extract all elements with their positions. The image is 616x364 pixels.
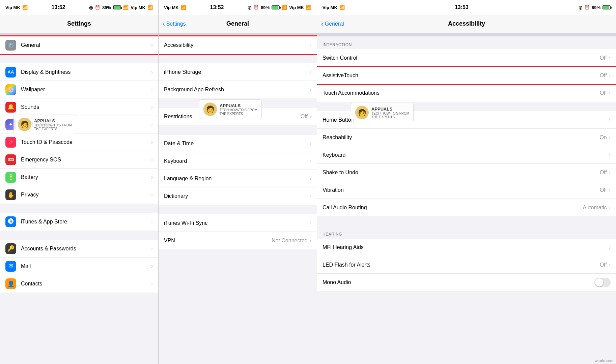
row-switch-control[interactable]: Switch Control Off › [317, 49, 616, 67]
nav-title-1: Settings [67, 20, 91, 27]
nav-title-3: Accessibility [448, 20, 485, 27]
wallpaper-icon: 🌸 [5, 84, 16, 95]
itunes-icon: 🅐 [5, 216, 16, 227]
mono-audio-toggle-thumb [595, 278, 603, 286]
settings-list-3: INTERACTION Switch Control Off › Assisti… [317, 33, 616, 364]
settings-group-hearing: MFi Hearing Aids › LED Flash for Alerts … [317, 239, 616, 291]
row-mfi-hearing[interactable]: MFi Hearing Aids › [317, 239, 616, 256]
row-privacy[interactable]: ✋ Privacy › [0, 186, 158, 204]
assistive-touch-value: Off [600, 72, 607, 79]
row-restrictions[interactable]: Restrictions Off › [159, 108, 317, 125]
wallpaper-chevron: › [151, 87, 153, 93]
wsxdn-credit: wsxdn.com [595, 359, 613, 363]
battery-label: Battery [21, 174, 151, 180]
itunes-sync-label: iTunes Wi-Fi Sync [164, 220, 310, 226]
row-contacts[interactable]: 👤 Contacts › [0, 275, 158, 293]
status-bar-2: Vip MK 📶 13:52 ◎ ⏰ 89% 📶 Vip MK 📶 [159, 0, 317, 15]
row-mono-audio[interactable]: Mono Audio [317, 274, 616, 291]
back-button-2[interactable]: ‹ Settings [163, 20, 186, 28]
row-shake-undo[interactable]: Shake to Undo Off › [317, 164, 616, 181]
row-vibration[interactable]: Vibration Off › [317, 181, 616, 199]
general-chevron: › [151, 42, 153, 48]
nav-title-2: General [226, 20, 249, 27]
row-iphone-storage[interactable]: iPhone Storage › [159, 63, 317, 81]
time-1: 13:52 [52, 4, 65, 10]
battery-chevron: › [151, 174, 153, 180]
siri-icon: ✦ [5, 119, 16, 130]
settings-group-datetime: Date & Time › Keyboard › Language & Regi… [159, 135, 317, 205]
row-sounds[interactable]: 🔔 Sounds › [0, 98, 158, 116]
settings-group-itunes: 🅐 iTunes & App Store › [0, 213, 158, 231]
settings-group-vpn: iTunes Wi-Fi Sync › VPN Not Connected › [159, 214, 317, 249]
itunes-label: iTunes & App Store [21, 219, 151, 225]
privacy-chevron: › [151, 192, 153, 198]
datetime-chevron: › [310, 141, 311, 147]
mail-label: Mail [21, 263, 151, 269]
accessibility-chevron: › [310, 42, 311, 48]
panel-settings: Vip MK 📶 13:52 ◎ ⏰ 89% 📶 Vip MK 📶 Settin… [0, 0, 159, 364]
switch-control-label: Switch Control [323, 55, 600, 61]
row-general[interactable]: ⚙️ General › [0, 36, 158, 54]
status-left-1: Vip MK 📶 [5, 5, 28, 10]
row-call-audio[interactable]: Call Audio Routing Automatic › [317, 199, 616, 216]
touchid-icon: ☞ [5, 137, 16, 148]
status-right-2: ◎ ⏰ 89% 📶 Vip MK 📶 [248, 5, 311, 10]
shake-undo-value: Off [600, 170, 607, 176]
panel-general: Vip MK 📶 13:52 ◎ ⏰ 89% 📶 Vip MK 📶 ‹ Sett… [159, 0, 317, 364]
row-datetime[interactable]: Date & Time › [159, 135, 317, 152]
status-bar-3: Vip MK 📶 13:53 ◎ ⏰ 89% [317, 0, 616, 15]
alarm-icon-2: ⏰ [253, 5, 259, 10]
row-accounts[interactable]: 🔑 Accounts & Passwords › [0, 240, 158, 257]
sounds-chevron: › [151, 104, 153, 110]
interaction-section-header: INTERACTION [317, 36, 616, 49]
row-dictionary[interactable]: Dictionary › [159, 187, 317, 205]
row-home-button[interactable]: Home Button › [317, 111, 616, 129]
row-keyboard-a11y[interactable]: Keyboard › [317, 146, 616, 164]
row-keyboard[interactable]: Keyboard › [159, 152, 317, 170]
home-button-label: Home Button [323, 117, 609, 123]
led-flash-chevron: › [609, 262, 611, 268]
wifi-icon-1: 📶 [22, 5, 28, 10]
row-itunes-sync[interactable]: iTunes Wi-Fi Sync › [159, 214, 317, 232]
row-language[interactable]: Language & Region › [159, 170, 317, 187]
row-assistive-touch[interactable]: AssistiveTouch Off › [317, 67, 616, 84]
back-label-3: General [325, 21, 344, 27]
row-battery[interactable]: 🔋 Battery › [0, 169, 158, 186]
row-vpn[interactable]: VPN Not Connected › [159, 232, 317, 249]
carrier-2: Vip MK [164, 5, 179, 10]
signal-icon-2: 📶 [282, 5, 287, 10]
row-wallpaper[interactable]: 🌸 Wallpaper › [0, 81, 158, 98]
settings-group-accessibility: Accessibility › [159, 36, 317, 54]
row-siri[interactable]: ✦ Siri & Search › [0, 116, 158, 133]
mono-audio-toggle[interactable] [594, 278, 611, 287]
vpn-value: Not Connected [272, 238, 308, 244]
contacts-chevron: › [151, 281, 153, 287]
led-flash-label: LED Flash for Alerts [323, 262, 600, 268]
keyboard-chevron: › [310, 158, 311, 164]
back-button-3[interactable]: ‹ General [321, 20, 344, 28]
restrictions-label: Restrictions [164, 114, 301, 120]
status-bar-1: Vip MK 📶 13:52 ◎ ⏰ 89% 📶 Vip MK 📶 [0, 0, 158, 15]
row-accessibility[interactable]: Accessibility › [159, 36, 317, 54]
carrier2-2: Vip MK [289, 5, 304, 10]
mail-chevron: › [151, 263, 153, 269]
row-touch-accommodations[interactable]: Touch Accommodations Off › [317, 84, 616, 102]
row-touchid[interactable]: ☞ Touch ID & Passcode › [0, 133, 158, 151]
row-display[interactable]: AA Display & Brightness › [0, 63, 158, 81]
wifi-icon-2: 📶 [181, 5, 186, 10]
row-mail[interactable]: ✉ Mail › [0, 257, 158, 275]
row-itunes[interactable]: 🅐 iTunes & App Store › [0, 213, 158, 231]
reachability-value: On [599, 134, 607, 141]
switch-control-value: Off [600, 55, 607, 61]
datetime-label: Date & Time [164, 141, 310, 147]
switch-control-chevron: › [609, 55, 611, 61]
siri-chevron: › [151, 122, 153, 128]
row-led-flash[interactable]: LED Flash for Alerts Off › [317, 256, 616, 274]
row-bg-refresh[interactable]: Background App Refresh › [159, 81, 317, 98]
location-icon-3: ◎ [579, 5, 582, 10]
row-sos[interactable]: SOS Emergency SOS › [0, 151, 158, 169]
row-reachability[interactable]: Reachability On › [317, 129, 616, 146]
wifi-icon-3: 📶 [339, 5, 345, 10]
time-2: 13:52 [210, 4, 224, 10]
dictionary-chevron: › [310, 193, 311, 199]
